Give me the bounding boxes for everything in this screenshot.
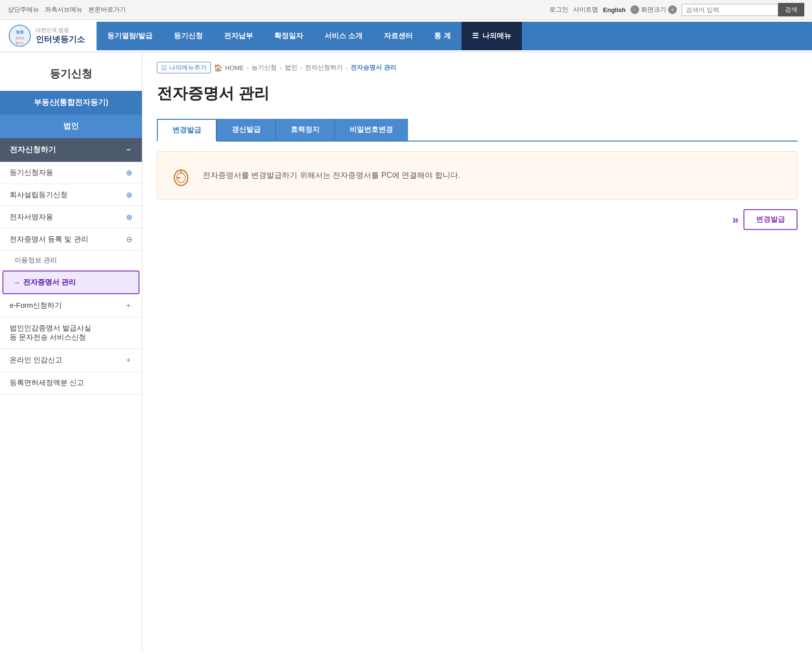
sitemap-link[interactable]: 사이트맵 [573,5,598,14]
screen-increase-button[interactable]: ＋ [668,5,677,14]
my-menu-add-button[interactable]: ☑ 나의메뉴추가 [157,62,211,73]
sidebar-item-corporate-seal[interactable]: 법인인감증명서 발급사실 등 문자전송 서비스신청 [0,317,142,349]
plus-icon: ⊕ [126,190,132,200]
my-menu-label: 나의메뉴 [482,31,511,41]
breadcrumb-sep4: › [346,64,348,72]
action-area: » 변경발급 [157,209,798,230]
svg-point-8 [177,177,179,179]
breadcrumb-sep3: › [300,64,302,72]
notice-text: 전자증명서를 변경발급하기 위해서는 전자증명서를 PC에 연결해야 합니다. [203,171,460,181]
nav-item-stats[interactable]: 통 계 [423,22,461,50]
nav-item-data-center[interactable]: 자료센터 [373,22,423,50]
sidebar-subitem-ecert-manage[interactable]: → 전자증명서 관리 [2,271,140,294]
nav-my-menu[interactable]: ☰ 나의메뉴 [462,22,522,50]
shortcut-left-menu[interactable]: 좌측서브메뉴 [45,5,83,14]
top-bar-shortcuts: 상단주메뉴 좌측서브메뉴 본문바로가기 [8,5,126,14]
hamburger-icon: ☰ [472,31,478,40]
svg-text:등기소: 등기소 [15,42,24,44]
logo-area: 법원 인터넷 등기소 대한민국 법원 인터넷등기소 [0,20,97,52]
nav-item-epayment[interactable]: 전자납부 [213,22,264,50]
minus-icon: ⊖ [126,235,132,244]
breadcrumb-home[interactable]: HOME [225,64,244,72]
main-nav: 법원 인터넷 등기소 대한민국 법원 인터넷등기소 등기열람/발급 등기신청 전… [0,20,812,52]
screen-decrease-button[interactable]: － [630,5,639,14]
search-input[interactable] [682,4,778,16]
tab-change-issue[interactable]: 변경발급 [157,119,217,142]
sidebar-item-corporate-seal-label: 법인인감증명서 발급사실 등 문자전송 서비스신청 [10,324,91,342]
checkbox-icon: ☑ [161,64,167,72]
sidebar-item-esign-user[interactable]: 전자서명자용 ⊕ [0,206,142,229]
home-icon: 🏠 [214,64,222,72]
sidebar-item-license-tax-label: 등록면허세정액분 신고 [10,378,84,387]
main-content: ☑ 나의메뉴추가 🏠 HOME › 능기신청 › 법인 › 전자신청하기 › 전… [142,52,812,652]
plus-icon: ＋ [125,300,132,311]
breadcrumb-sep1: › [247,64,249,72]
sidebar-section-online-apply-label: 전자신청하기 [10,145,56,155]
notice-box: 전자증명서를 변경발급하기 위해서는 전자증명서를 PC에 연결해야 합니다. [157,151,798,200]
breadcrumb-path3[interactable]: 전자신청하기 [305,63,343,72]
sidebar-title: 등기신청 [0,67,142,81]
sidebar-item-registry-user[interactable]: 등기신청자용 ⊕ [0,162,142,184]
sidebar-subitem-ecert-manage-label: 전자증명서 관리 [23,278,76,287]
logo-text: 대한민국 법원 인터넷등기소 [36,27,85,45]
plus-icon: ⊕ [126,213,132,222]
change-issue-button[interactable]: 변경발급 [743,209,798,230]
content-wrapper: 등기신청 부동산(통합전자등기) 법인 전자신청하기 － 등기신청자용 ⊕ 회사… [0,52,812,652]
chevron-double-icon: » [732,213,739,227]
tab-renew-issue[interactable]: 갱신발급 [217,119,276,141]
login-link[interactable]: 로그인 [549,5,568,14]
plus-icon: ＋ [125,355,132,365]
nav-item-registry-apply[interactable]: 등기신청 [163,22,213,50]
search-button[interactable]: 검색 [778,3,804,16]
sidebar-item-company-setup[interactable]: 회사설립등기신청 ⊕ [0,184,142,206]
breadcrumb-path1[interactable]: 능기신청 [252,63,277,72]
sidebar-item-license-tax[interactable]: 등록면허세정액분 신고 [0,372,142,394]
page-title: 전자증명서 관리 [157,83,798,104]
sidebar-item-online-seal-label: 온라인 인감신고 [10,356,62,365]
sidebar-section-corporate[interactable]: 법인 [0,114,142,138]
breadcrumb-current: 전자승명서 관리 [350,63,396,72]
nav-item-registry-view[interactable]: 등기열람/발급 [97,22,163,50]
breadcrumb: ☑ 나의메뉴추가 🏠 HOME › 능기신청 › 법인 › 전자신청하기 › 전… [157,62,798,73]
shortcut-top-menu[interactable]: 상단주메뉴 [8,5,39,14]
sidebar-item-ecert-register[interactable]: 전자증명서 등록 및 관리 ⊖ [0,229,142,251]
sidebar-item-eform-label: e-Form신청하기 [10,301,62,310]
sidebar-item-online-seal[interactable]: 온라인 인감신고 ＋ [0,349,142,372]
sidebar-section-real-estate[interactable]: 부동산(통합전자등기) [0,91,142,114]
nav-item-service-intro[interactable]: 서비스 소개 [314,22,373,50]
sidebar-item-ecert-register-label: 전자증명서 등록 및 관리 [10,235,88,244]
top-bar-right: 로그인 사이트맵 English － 화면크기 ＋ 검색 [549,3,804,16]
arrow-icon: → [13,278,20,286]
plus-icon: ⊕ [126,168,132,177]
top-bar: 상단주메뉴 좌측서브메뉴 본문바로가기 로그인 사이트맵 English － 화… [0,0,812,20]
sidebar-item-registry-user-label: 등기신청자용 [10,168,53,177]
sidebar: 등기신청 부동산(통합전자등기) 법인 전자신청하기 － 등기신청자용 ⊕ 회사… [0,52,142,652]
tabs: 변경발급 갱신발급 효력정지 비밀번호변경 [157,119,798,142]
sidebar-subitem-usage-info[interactable]: 이용정보 관리 [0,251,142,271]
screen-size-control: － 화면크기 ＋ [630,5,677,14]
nav-items: 등기열람/발급 등기신청 전자납부 확정일자 서비스 소개 자료센터 통 계 ☰… [97,22,812,50]
tab-suspend[interactable]: 효력정지 [276,119,335,141]
usb-icon [169,163,193,187]
minus-icon: － [125,145,132,155]
breadcrumb-path2[interactable]: 법인 [285,63,297,72]
sidebar-section-online-apply[interactable]: 전자신청하기 － [0,138,142,162]
tab-change-password[interactable]: 비밀번호변경 [335,119,408,141]
svg-text:법원: 법원 [16,30,24,34]
sidebar-item-esign-user-label: 전자서명자용 [10,213,53,222]
breadcrumb-sep2: › [280,64,281,72]
logo-icon: 법원 인터넷 등기소 [8,24,32,48]
my-menu-add-label: 나의메뉴추가 [169,63,207,72]
svg-text:인터넷: 인터넷 [15,37,24,40]
screen-size-label: 화면크기 [641,5,666,14]
search-bar: 검색 [682,3,804,16]
sidebar-item-company-setup-label: 회사설립등기신청 [10,190,68,200]
sidebar-item-eform[interactable]: e-Form신청하기 ＋ [0,294,142,317]
nav-item-confirmed-date[interactable]: 확정일자 [264,22,314,50]
shortcut-main-content[interactable]: 본문바로가기 [88,5,126,14]
english-link[interactable]: English [603,6,626,14]
